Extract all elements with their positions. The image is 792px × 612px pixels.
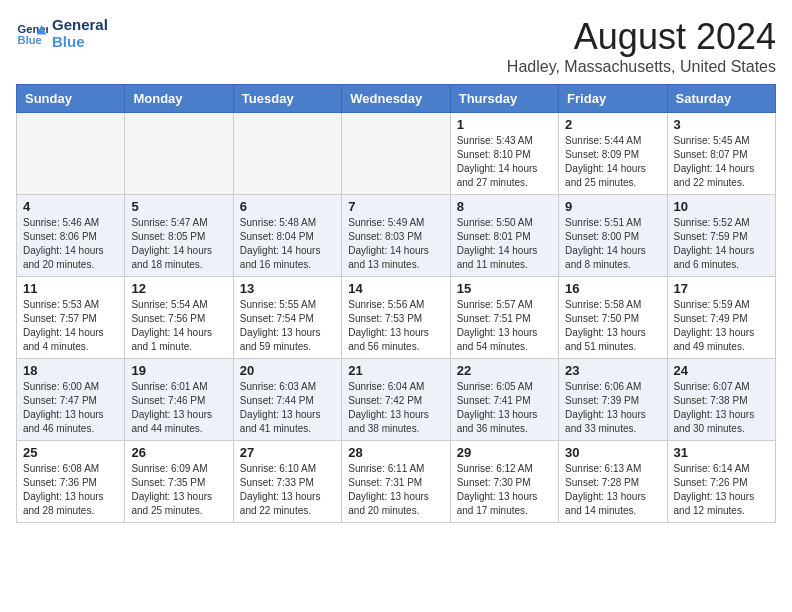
day-info: Sunrise: 5:44 AMSunset: 8:09 PMDaylight:… (565, 134, 660, 190)
calendar-table: SundayMondayTuesdayWednesdayThursdayFrid… (16, 84, 776, 523)
weekday-header-monday: Monday (125, 85, 233, 113)
calendar-cell: 13Sunrise: 5:55 AMSunset: 7:54 PMDayligh… (233, 277, 341, 359)
calendar-cell: 20Sunrise: 6:03 AMSunset: 7:44 PMDayligh… (233, 359, 341, 441)
day-number: 29 (457, 445, 552, 460)
day-number: 25 (23, 445, 118, 460)
day-number: 8 (457, 199, 552, 214)
page-header: General Blue General Blue August 2024 Ha… (16, 16, 776, 76)
day-number: 18 (23, 363, 118, 378)
calendar-cell: 14Sunrise: 5:56 AMSunset: 7:53 PMDayligh… (342, 277, 450, 359)
day-info: Sunrise: 5:53 AMSunset: 7:57 PMDaylight:… (23, 298, 118, 354)
day-info: Sunrise: 6:14 AMSunset: 7:26 PMDaylight:… (674, 462, 769, 518)
day-info: Sunrise: 6:05 AMSunset: 7:41 PMDaylight:… (457, 380, 552, 436)
weekday-header-saturday: Saturday (667, 85, 775, 113)
weekday-header-wednesday: Wednesday (342, 85, 450, 113)
calendar-cell: 27Sunrise: 6:10 AMSunset: 7:33 PMDayligh… (233, 441, 341, 523)
day-info: Sunrise: 5:55 AMSunset: 7:54 PMDaylight:… (240, 298, 335, 354)
svg-text:Blue: Blue (18, 34, 42, 46)
calendar-cell: 15Sunrise: 5:57 AMSunset: 7:51 PMDayligh… (450, 277, 558, 359)
weekday-header-tuesday: Tuesday (233, 85, 341, 113)
calendar-cell: 17Sunrise: 5:59 AMSunset: 7:49 PMDayligh… (667, 277, 775, 359)
day-number: 23 (565, 363, 660, 378)
day-number: 14 (348, 281, 443, 296)
day-number: 22 (457, 363, 552, 378)
day-info: Sunrise: 5:59 AMSunset: 7:49 PMDaylight:… (674, 298, 769, 354)
day-info: Sunrise: 6:03 AMSunset: 7:44 PMDaylight:… (240, 380, 335, 436)
calendar-cell: 11Sunrise: 5:53 AMSunset: 7:57 PMDayligh… (17, 277, 125, 359)
weekday-header-row: SundayMondayTuesdayWednesdayThursdayFrid… (17, 85, 776, 113)
day-info: Sunrise: 6:12 AMSunset: 7:30 PMDaylight:… (457, 462, 552, 518)
day-number: 15 (457, 281, 552, 296)
calendar-cell: 7Sunrise: 5:49 AMSunset: 8:03 PMDaylight… (342, 195, 450, 277)
calendar-week-row: 4Sunrise: 5:46 AMSunset: 8:06 PMDaylight… (17, 195, 776, 277)
day-info: Sunrise: 5:52 AMSunset: 7:59 PMDaylight:… (674, 216, 769, 272)
calendar-cell: 30Sunrise: 6:13 AMSunset: 7:28 PMDayligh… (559, 441, 667, 523)
logo-text-general: General (52, 16, 108, 33)
calendar-week-row: 1Sunrise: 5:43 AMSunset: 8:10 PMDaylight… (17, 113, 776, 195)
calendar-cell: 5Sunrise: 5:47 AMSunset: 8:05 PMDaylight… (125, 195, 233, 277)
day-number: 19 (131, 363, 226, 378)
calendar-cell (125, 113, 233, 195)
calendar-cell: 29Sunrise: 6:12 AMSunset: 7:30 PMDayligh… (450, 441, 558, 523)
day-number: 27 (240, 445, 335, 460)
day-number: 4 (23, 199, 118, 214)
day-number: 1 (457, 117, 552, 132)
day-number: 13 (240, 281, 335, 296)
calendar-cell (233, 113, 341, 195)
day-info: Sunrise: 6:01 AMSunset: 7:46 PMDaylight:… (131, 380, 226, 436)
day-info: Sunrise: 5:57 AMSunset: 7:51 PMDaylight:… (457, 298, 552, 354)
day-number: 16 (565, 281, 660, 296)
day-info: Sunrise: 6:07 AMSunset: 7:38 PMDaylight:… (674, 380, 769, 436)
day-info: Sunrise: 5:50 AMSunset: 8:01 PMDaylight:… (457, 216, 552, 272)
day-number: 2 (565, 117, 660, 132)
calendar-cell: 9Sunrise: 5:51 AMSunset: 8:00 PMDaylight… (559, 195, 667, 277)
day-info: Sunrise: 5:47 AMSunset: 8:05 PMDaylight:… (131, 216, 226, 272)
day-number: 10 (674, 199, 769, 214)
day-info: Sunrise: 6:04 AMSunset: 7:42 PMDaylight:… (348, 380, 443, 436)
day-info: Sunrise: 6:08 AMSunset: 7:36 PMDaylight:… (23, 462, 118, 518)
day-info: Sunrise: 5:54 AMSunset: 7:56 PMDaylight:… (131, 298, 226, 354)
day-number: 11 (23, 281, 118, 296)
calendar-week-row: 11Sunrise: 5:53 AMSunset: 7:57 PMDayligh… (17, 277, 776, 359)
weekday-header-friday: Friday (559, 85, 667, 113)
day-info: Sunrise: 6:13 AMSunset: 7:28 PMDaylight:… (565, 462, 660, 518)
day-info: Sunrise: 5:51 AMSunset: 8:00 PMDaylight:… (565, 216, 660, 272)
location: Hadley, Massachusetts, United States (507, 58, 776, 76)
day-info: Sunrise: 5:56 AMSunset: 7:53 PMDaylight:… (348, 298, 443, 354)
calendar-cell: 26Sunrise: 6:09 AMSunset: 7:35 PMDayligh… (125, 441, 233, 523)
calendar-cell: 19Sunrise: 6:01 AMSunset: 7:46 PMDayligh… (125, 359, 233, 441)
day-number: 3 (674, 117, 769, 132)
day-number: 17 (674, 281, 769, 296)
calendar-cell: 16Sunrise: 5:58 AMSunset: 7:50 PMDayligh… (559, 277, 667, 359)
calendar-cell: 8Sunrise: 5:50 AMSunset: 8:01 PMDaylight… (450, 195, 558, 277)
day-info: Sunrise: 5:46 AMSunset: 8:06 PMDaylight:… (23, 216, 118, 272)
calendar-cell: 25Sunrise: 6:08 AMSunset: 7:36 PMDayligh… (17, 441, 125, 523)
day-number: 31 (674, 445, 769, 460)
month-year: August 2024 (507, 16, 776, 58)
day-number: 5 (131, 199, 226, 214)
calendar-cell: 18Sunrise: 6:00 AMSunset: 7:47 PMDayligh… (17, 359, 125, 441)
logo-text-blue: Blue (52, 33, 108, 50)
calendar-cell: 3Sunrise: 5:45 AMSunset: 8:07 PMDaylight… (667, 113, 775, 195)
calendar-cell: 2Sunrise: 5:44 AMSunset: 8:09 PMDaylight… (559, 113, 667, 195)
calendar-cell: 12Sunrise: 5:54 AMSunset: 7:56 PMDayligh… (125, 277, 233, 359)
day-info: Sunrise: 5:45 AMSunset: 8:07 PMDaylight:… (674, 134, 769, 190)
day-number: 24 (674, 363, 769, 378)
day-number: 30 (565, 445, 660, 460)
calendar-cell: 10Sunrise: 5:52 AMSunset: 7:59 PMDayligh… (667, 195, 775, 277)
day-info: Sunrise: 6:10 AMSunset: 7:33 PMDaylight:… (240, 462, 335, 518)
day-number: 12 (131, 281, 226, 296)
day-number: 28 (348, 445, 443, 460)
calendar-cell (17, 113, 125, 195)
day-number: 21 (348, 363, 443, 378)
logo-icon: General Blue (16, 17, 48, 49)
calendar-cell: 28Sunrise: 6:11 AMSunset: 7:31 PMDayligh… (342, 441, 450, 523)
calendar-cell: 23Sunrise: 6:06 AMSunset: 7:39 PMDayligh… (559, 359, 667, 441)
calendar-week-row: 18Sunrise: 6:00 AMSunset: 7:47 PMDayligh… (17, 359, 776, 441)
day-number: 9 (565, 199, 660, 214)
day-info: Sunrise: 5:48 AMSunset: 8:04 PMDaylight:… (240, 216, 335, 272)
weekday-header-thursday: Thursday (450, 85, 558, 113)
title-area: August 2024 Hadley, Massachusetts, Unite… (507, 16, 776, 76)
calendar-cell: 6Sunrise: 5:48 AMSunset: 8:04 PMDaylight… (233, 195, 341, 277)
day-number: 20 (240, 363, 335, 378)
